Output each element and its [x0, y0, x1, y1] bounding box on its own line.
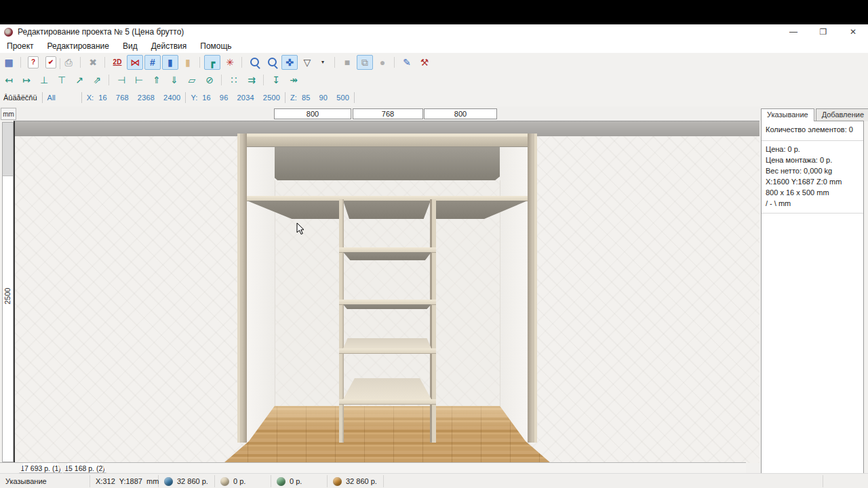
zoom-out-icon[interactable]: −: [264, 55, 280, 70]
screen: Редактирование проекта № 5 (Цена брутто)…: [0, 0, 868, 488]
sheet-tab-1[interactable]: 17 693 р. (1): [19, 463, 62, 474]
niche-right-wall: [500, 146, 528, 443]
niche-corner-line: [275, 180, 275, 406]
distribute-down-icon[interactable]: ∷: [226, 73, 242, 87]
align-ceiling-icon[interactable]: ⊤: [54, 73, 70, 87]
minimize-button[interactable]: —: [778, 24, 808, 39]
long-shelf[interactable]: [247, 196, 528, 201]
app-window: Редактирование проекта № 5 (Цена брутто)…: [0, 24, 868, 488]
status-coordinates: X:312 Y:1887 mm: [90, 475, 159, 487]
wardrobe-left-panel[interactable]: [237, 134, 247, 443]
save-icon[interactable]: ▦: [1, 55, 17, 70]
coord-group: X: 16 768 2368 2400: [87, 92, 191, 103]
letterbox-top: [0, 0, 868, 24]
status-bar: Указывание X:312 Y:1887 mm 32 860 р. 0 р…: [0, 473, 868, 488]
sheet-tab-strip: 17 693 р. (1) 15 168 р. (2): [0, 462, 746, 474]
vertical-ruler: 2500: [2, 122, 14, 462]
properties-panel: Указывание Добавление Количество элемент…: [761, 108, 868, 472]
pan-icon[interactable]: ✜: [281, 55, 298, 70]
box-align-left-icon[interactable]: ⊣: [113, 73, 130, 87]
figure-icon: 32 860 р.: [328, 475, 384, 487]
filter-icon[interactable]: ▽: [299, 55, 315, 70]
sheet-tab-2[interactable]: 15 168 р. (2): [63, 463, 106, 474]
box-align-top-icon[interactable]: ⇑: [149, 73, 165, 87]
status-end: [823, 475, 868, 487]
center-shelf-2[interactable]: [339, 300, 436, 305]
align-floor-icon[interactable]: ⊥: [36, 73, 52, 87]
element-count: Количество элементов: 0: [762, 121, 863, 141]
doc-check-icon[interactable]: ✔: [45, 56, 56, 68]
menu-item[interactable]: Помощь: [193, 41, 238, 51]
panel-blue-icon[interactable]: ▮: [162, 55, 178, 70]
box-align-right-icon[interactable]: ⊢: [131, 73, 147, 87]
dimension-field-middle[interactable]: 768: [353, 108, 423, 119]
design-canvas[interactable]: [14, 121, 760, 463]
tab-adding[interactable]: Добавление: [816, 108, 868, 121]
cylinder-icon: 0 р.: [215, 475, 271, 487]
niche-ceiling: [237, 146, 537, 180]
align-right-wall-icon[interactable]: ↦: [18, 73, 35, 87]
selection-bar: Âûäåëčňü All X: 16 768 2368 2400 Y: 16 9…: [0, 89, 868, 107]
print-icon[interactable]: ⎙: [60, 55, 77, 70]
long-shelf-underside-middle: [343, 201, 431, 219]
axes-star-icon[interactable]: ✳: [222, 55, 238, 70]
unit-label: mm: [1, 108, 16, 120]
box-3d-move-icon[interactable]: ▱: [184, 73, 200, 87]
divider: [42, 92, 43, 103]
menu-item[interactable]: Редактирование: [41, 41, 116, 51]
wardrobe-top-panel[interactable]: [237, 134, 537, 147]
grid-icon[interactable]: #: [144, 55, 161, 70]
center-shelf-4[interactable]: [339, 399, 436, 405]
center-shelf-1[interactable]: [339, 247, 436, 253]
box-diagonal-icon[interactable]: ⊘: [201, 73, 218, 87]
panel-wood-icon[interactable]: ▮: [180, 55, 196, 70]
menu-bar: ПроектРедактированиеВидДействияПомощь: [0, 39, 868, 54]
dimension-field-left[interactable]: 800: [274, 108, 351, 119]
delete-icon[interactable]: ✖: [85, 55, 101, 70]
saw-icon[interactable]: ⋈: [127, 55, 143, 70]
align-left-wall-icon[interactable]: ↤: [1, 73, 17, 87]
snap-down-icon[interactable]: ↧: [268, 73, 284, 87]
close-button[interactable]: ✕: [838, 24, 868, 39]
move-corner-icon[interactable]: ↗: [71, 73, 87, 87]
selection-label: Âûäåëčňü: [3, 94, 37, 102]
globe-icon: 32 860 р.: [159, 475, 215, 487]
selection-mode[interactable]: All: [47, 94, 56, 102]
center-divider-left[interactable]: [339, 199, 344, 443]
zoom-in-icon[interactable]: +: [246, 55, 262, 70]
box-align-bottom-icon[interactable]: ⇓: [166, 73, 182, 87]
pen-plus-icon[interactable]: ✎: [399, 55, 415, 70]
center-divider-right[interactable]: [430, 199, 436, 443]
snap-right-icon[interactable]: ↠: [285, 73, 302, 87]
cube-icon[interactable]: ■: [339, 55, 355, 70]
restore-button[interactable]: ❐: [808, 24, 838, 39]
main-toolbar: ▦?✔⎙✖2D⋈#▮▮┏✳+−✜▽▾■⧉●✎⚒: [0, 53, 868, 72]
distribute-right-icon[interactable]: ⇉: [243, 73, 260, 87]
wrench-icon[interactable]: ⚒: [416, 55, 433, 70]
center-shelf-3[interactable]: [339, 348, 436, 354]
center-shelf-2-underside: [343, 304, 431, 309]
dimension-header: mm 800 768 800: [0, 106, 868, 121]
tab-pointing[interactable]: Указывание: [761, 108, 814, 121]
coord-group: Y: 16 96 2034 2500: [191, 92, 290, 103]
wardrobe-right-panel[interactable]: [528, 134, 537, 443]
divider: [81, 92, 82, 103]
menu-item[interactable]: Проект: [0, 41, 41, 51]
sphere-icon[interactable]: ●: [374, 55, 391, 70]
cube-overlay-icon[interactable]: ⧉: [357, 55, 373, 70]
mode-2d-icon[interactable]: 2D: [109, 55, 125, 70]
window-title: Редактирование проекта № 5 (Цена брутто): [18, 27, 184, 37]
status-filler: [384, 475, 823, 487]
dropdown-caret-icon[interactable]: ▾: [315, 55, 331, 70]
corner-profile-icon[interactable]: ┏: [204, 55, 220, 70]
doc-question-icon[interactable]: ?: [28, 56, 39, 68]
app-icon: [4, 28, 13, 37]
menu-item[interactable]: Действия: [144, 41, 194, 51]
panel-info-line: Цена: 0 р.: [766, 145, 859, 153]
status-mode: Указывание: [0, 475, 90, 487]
menu-item[interactable]: Вид: [116, 41, 144, 51]
dimension-field-right[interactable]: 800: [424, 108, 497, 119]
move-diagonal-icon[interactable]: ⇗: [89, 73, 105, 87]
panel-info-line: / - \ mm: [766, 199, 859, 207]
panel-info-line: Вес нетто: 0,000 kg: [766, 167, 859, 175]
